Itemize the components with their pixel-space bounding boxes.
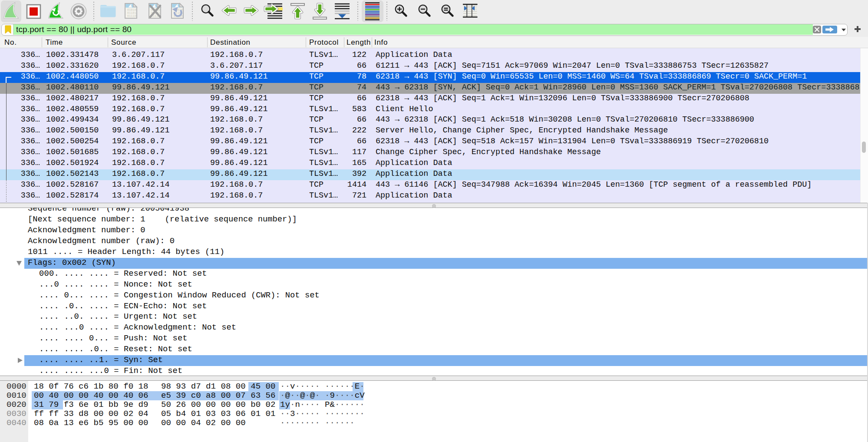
svg-text:01101: 01101 <box>127 12 136 15</box>
svg-text:01110: 01110 <box>127 15 136 18</box>
svg-text:01010: 01010 <box>127 9 136 12</box>
